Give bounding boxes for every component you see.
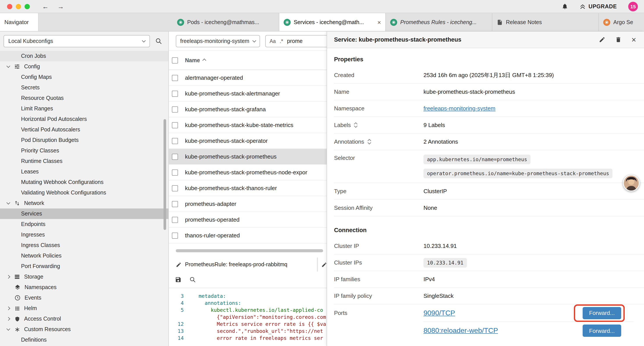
close-drawer-icon[interactable]: × (632, 36, 636, 43)
name-column-header[interactable]: Name (185, 57, 206, 63)
sidebar-item-definitions[interactable]: Definitions (0, 335, 168, 345)
navigator-panel-tab[interactable]: Navigator (0, 13, 38, 31)
tab-prometheus-rules[interactable]: Prometheus Rules - icecheng... (386, 13, 492, 31)
kubeconfig-dropdown[interactable]: Local Kubeconfigs (4, 35, 150, 47)
table-row[interactable]: prometheus-operated (169, 212, 326, 228)
delete-trash-icon[interactable] (615, 36, 622, 43)
tab-pods[interactable]: Pods - icecheng@mathmas... (173, 13, 279, 31)
close-window-button[interactable] (7, 4, 12, 9)
upgrade-button[interactable]: UPGRADE (580, 3, 617, 9)
property-row-cluster-ip: Cluster IP 10.233.14.91 (334, 238, 644, 255)
row-checkbox[interactable] (172, 138, 178, 144)
minimize-window-button[interactable] (16, 4, 21, 9)
port-link[interactable]: 8080:reloader-web/TCP (424, 327, 498, 335)
sidebar-item-config-maps[interactable]: Config Maps (0, 72, 168, 82)
select-all-checkbox[interactable] (172, 57, 178, 63)
sidebar-item-horizontal-pod-autoscalers[interactable]: Horizontal Pod Autoscalers (0, 114, 168, 124)
table-row[interactable]: kube-prometheus-stack-operator (169, 133, 326, 149)
edit-pencil-icon[interactable] (599, 36, 606, 43)
expand-updown-icon[interactable] (367, 139, 371, 145)
table-row[interactable]: kube-prometheus-stack-kube-state-metrics (169, 117, 326, 133)
table-row[interactable]: kube-prometheus-stack-thanos-ruler (169, 180, 326, 196)
dock-tab-partial[interactable] (318, 258, 326, 272)
forward-arrow-icon[interactable]: → (58, 3, 64, 10)
editor-search-icon[interactable] (190, 276, 196, 283)
row-checkbox[interactable] (172, 153, 178, 160)
sidebar-item-config[interactable]: Config (0, 61, 168, 72)
table-row[interactable]: kube-prometheus-stack-alertmanager (169, 86, 326, 102)
notifications-bell-icon[interactable] (562, 3, 568, 10)
forward-button[interactable]: Forward... (582, 325, 621, 337)
sidebar-item-vertical-pod-autoscalers[interactable]: Vertical Pod Autoscalers (0, 124, 168, 135)
sidebar-item-helm[interactable]: Helm (0, 303, 168, 314)
pencil-icon (176, 262, 182, 267)
zoom-window-button[interactable] (24, 4, 30, 9)
sidebar-item-secrets[interactable]: Secrets (0, 82, 168, 93)
table-row[interactable]: kube-prometheus-stack-grafana (169, 102, 326, 117)
sidebar-item-validating-webhook-configurations[interactable]: Validating Webhook Configurations (0, 187, 168, 198)
row-checkbox[interactable] (172, 217, 178, 223)
search-icon[interactable] (155, 38, 162, 45)
sidebar-item-ingress-classes[interactable]: Ingress Classes (0, 240, 168, 251)
sidebar-item-storage[interactable]: Storage (0, 272, 168, 282)
table-header[interactable]: Name (169, 51, 326, 70)
sidebar-item-endpoints[interactable]: Endpoints (0, 219, 168, 230)
row-checkbox[interactable] (172, 122, 178, 128)
tune-icon (14, 63, 20, 70)
sidebar-item-resource-quotas[interactable]: Resource Quotas (0, 93, 168, 103)
search-input[interactable] (287, 38, 326, 44)
table-row[interactable]: prometheus-adapter (169, 196, 326, 212)
sidebar-item-mutating-webhook-configurations[interactable]: Mutating Webhook Configurations (0, 177, 168, 187)
cluster-icon (284, 19, 291, 26)
close-tab-icon[interactable]: × (378, 19, 381, 26)
sidebar-item-ingresses[interactable]: Ingresses (0, 230, 168, 240)
sidebar-item-network-policies[interactable]: Network Policies (0, 251, 168, 261)
sidebar-item-access-control[interactable]: Access Control (0, 314, 168, 324)
sidebar-item-custom-resources[interactable]: Custom Resources (0, 324, 168, 335)
tab-services[interactable]: Services - icecheng@math... × (279, 13, 386, 31)
property-row-ip-family-policy: IP family policy SingleStack (334, 288, 644, 304)
row-checkbox[interactable] (172, 201, 178, 207)
row-checkbox[interactable] (172, 90, 178, 97)
tab-argo[interactable]: Argo Se (599, 13, 644, 31)
back-arrow-icon[interactable]: ← (42, 3, 49, 10)
row-checkbox[interactable] (172, 169, 178, 175)
table-row[interactable]: kube-prometheus-stack-prometheus-node-ex… (169, 165, 326, 180)
sidebar-item-network[interactable]: Network (0, 198, 168, 209)
row-checkbox[interactable] (172, 232, 178, 239)
drawer-header: Service: kube-prometheus-stack-prometheu… (327, 31, 644, 48)
regex-toggle[interactable]: .* (280, 38, 283, 43)
save-icon[interactable] (175, 276, 182, 283)
sidebar-item-leases[interactable]: Leases (0, 166, 168, 177)
forward-button[interactable]: Forward... (582, 307, 621, 319)
dock-tab-prometheusrule[interactable]: PrometheusRule: freeleaps-prod-rabbitmq (169, 258, 317, 272)
sidebar-item-port-forwarding[interactable]: Port Forwarding (0, 261, 168, 272)
sidebar-item-runtime-classes[interactable]: Runtime Classes (0, 156, 168, 166)
table-row[interactable]: thanos-ruler-operated (169, 228, 326, 244)
sidebar-item-services[interactable]: Services (0, 209, 168, 219)
row-checkbox[interactable] (172, 185, 178, 191)
sidebar-item-cron-jobs[interactable]: Cron Jobs (0, 51, 168, 61)
sidebar-item-events[interactable]: Events (0, 293, 168, 303)
sidebar-item-priority-classes[interactable]: Priority Classes (0, 145, 168, 156)
expand-updown-icon[interactable] (354, 122, 358, 128)
yaml-editor[interactable]: 3metadata: 4 annotations: 5 kubectl.kube… (169, 288, 326, 346)
namespace-filter-dropdown[interactable]: freeleaps-monitoring-system (176, 35, 260, 47)
notification-count-badge[interactable]: 15 (628, 1, 638, 11)
sidebar-item-limit-ranges[interactable]: Limit Ranges (0, 103, 168, 114)
match-case-toggle[interactable]: Aa (270, 38, 276, 43)
row-checkbox[interactable] (172, 75, 178, 81)
chevron-right-icon (6, 307, 10, 310)
row-checkbox[interactable] (172, 106, 178, 112)
sidebar-scrollbar[interactable] (164, 119, 166, 230)
tab-release-notes[interactable]: Release Notes (492, 13, 599, 31)
avatar[interactable] (623, 175, 640, 191)
namespace-link[interactable]: freeleaps-monitoring-system (424, 105, 496, 112)
table-row-selected[interactable]: kube-prometheus-stack-prometheus (169, 149, 326, 165)
horizontal-scrollbar[interactable] (176, 249, 323, 252)
port-link[interactable]: 9090/TCP (424, 309, 455, 317)
sidebar-item-pod-disruption-budgets[interactable]: Pod Disruption Budgets (0, 135, 168, 145)
table-row[interactable]: alertmanager-operated (169, 70, 326, 86)
connection-section-heading: Connection (327, 216, 644, 238)
sidebar-item-namespaces[interactable]: Namespaces (0, 282, 168, 293)
